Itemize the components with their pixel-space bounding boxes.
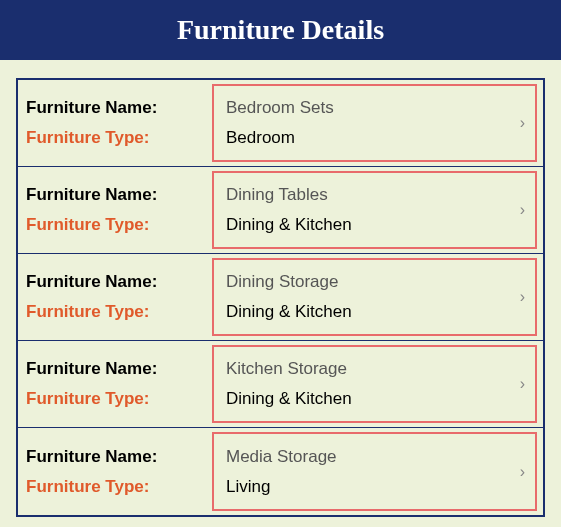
row-values[interactable]: Dining Storage Dining & Kitchen › [212, 258, 537, 336]
page-title: Furniture Details [0, 0, 561, 60]
value-furniture-name: Kitchen Storage [226, 359, 499, 379]
value-furniture-type: Dining & Kitchen [226, 215, 499, 235]
row-values[interactable]: Kitchen Storage Dining & Kitchen › [212, 345, 537, 423]
row-labels: Furniture Name: Furniture Type: [18, 167, 212, 253]
details-box: Furniture Name: Furniture Type: Bedroom … [16, 78, 545, 517]
row-labels: Furniture Name: Furniture Type: [18, 428, 212, 515]
value-furniture-type: Living [226, 477, 499, 497]
furniture-row[interactable]: Furniture Name: Furniture Type: Dining T… [18, 167, 543, 254]
row-labels: Furniture Name: Furniture Type: [18, 254, 212, 340]
value-furniture-type: Dining & Kitchen [226, 302, 499, 322]
row-labels: Furniture Name: Furniture Type: [18, 341, 212, 427]
value-furniture-name: Media Storage [226, 447, 499, 467]
chevron-right-icon: › [520, 463, 525, 481]
furniture-row[interactable]: Furniture Name: Furniture Type: Dining S… [18, 254, 543, 341]
label-furniture-type: Furniture Type: [26, 477, 202, 497]
value-furniture-name: Dining Storage [226, 272, 499, 292]
label-furniture-name: Furniture Name: [26, 447, 202, 467]
row-values[interactable]: Dining Tables Dining & Kitchen › [212, 171, 537, 249]
label-furniture-type: Furniture Type: [26, 128, 202, 148]
furniture-row[interactable]: Furniture Name: Furniture Type: Bedroom … [18, 80, 543, 167]
label-furniture-name: Furniture Name: [26, 98, 202, 118]
chevron-right-icon: › [520, 375, 525, 393]
furniture-row[interactable]: Furniture Name: Furniture Type: Kitchen … [18, 341, 543, 428]
label-furniture-name: Furniture Name: [26, 272, 202, 292]
row-labels: Furniture Name: Furniture Type: [18, 80, 212, 166]
chevron-right-icon: › [520, 114, 525, 132]
details-container: Furniture Name: Furniture Type: Bedroom … [0, 60, 561, 527]
furniture-row[interactable]: Furniture Name: Furniture Type: Media St… [18, 428, 543, 515]
value-furniture-type: Dining & Kitchen [226, 389, 499, 409]
label-furniture-type: Furniture Type: [26, 389, 202, 409]
label-furniture-name: Furniture Name: [26, 185, 202, 205]
label-furniture-name: Furniture Name: [26, 359, 202, 379]
value-furniture-type: Bedroom [226, 128, 499, 148]
chevron-right-icon: › [520, 288, 525, 306]
chevron-right-icon: › [520, 201, 525, 219]
value-furniture-name: Bedroom Sets [226, 98, 499, 118]
label-furniture-type: Furniture Type: [26, 215, 202, 235]
row-values[interactable]: Bedroom Sets Bedroom › [212, 84, 537, 162]
row-values[interactable]: Media Storage Living › [212, 432, 537, 511]
value-furniture-name: Dining Tables [226, 185, 499, 205]
label-furniture-type: Furniture Type: [26, 302, 202, 322]
